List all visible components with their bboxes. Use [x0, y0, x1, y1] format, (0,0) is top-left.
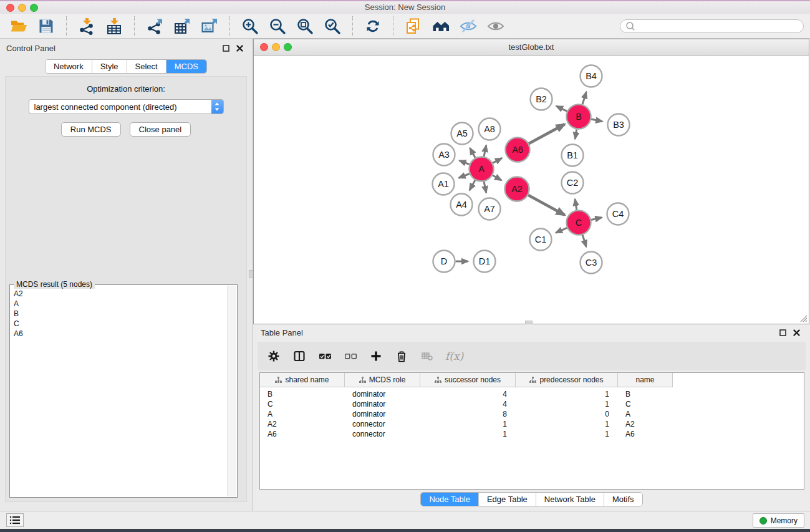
- graph-edge-B-B4[interactable]: [582, 92, 586, 104]
- select-all-checkboxes-icon[interactable]: [317, 349, 332, 364]
- column-header-predecessor-nodes[interactable]: predecessor nodes: [516, 373, 618, 387]
- network-canvas[interactable]: B4B2B3A8A5A3B1C2A1A4A7C4C1DD1C3BA6AA2C: [254, 56, 809, 324]
- table-cell[interactable]: connector: [345, 420, 420, 428]
- table-cell[interactable]: 0: [516, 410, 618, 418]
- table-cell[interactable]: 1: [420, 420, 516, 428]
- graph-edge-A2-C[interactable]: [528, 195, 565, 215]
- new-network-from-selection-icon[interactable]: [404, 17, 423, 36]
- zoom-out-icon[interactable]: [268, 17, 287, 36]
- table-cell[interactable]: 1: [516, 390, 618, 399]
- zoom-fit-icon[interactable]: [296, 17, 314, 36]
- graph-edge-A-A6[interactable]: [493, 158, 502, 163]
- table-cell[interactable]: 4: [420, 390, 516, 399]
- table-cell[interactable]: A6: [618, 430, 673, 438]
- table-cell[interactable]: A: [260, 410, 345, 418]
- horizontal-splitter-handle[interactable]: [525, 321, 533, 324]
- graph-edge-C-C1[interactable]: [556, 228, 567, 233]
- delete-table-icon[interactable]: [420, 349, 435, 364]
- hide-selected-icon[interactable]: [459, 17, 478, 36]
- graph-edge-B-B3[interactable]: [591, 119, 602, 122]
- export-network-icon[interactable]: [145, 17, 164, 36]
- search-input[interactable]: [639, 21, 798, 31]
- column-header-successor-nodes[interactable]: successor nodes: [420, 373, 516, 387]
- graph-edge-A6-B[interactable]: [529, 124, 565, 143]
- resize-grip-icon[interactable]: [799, 314, 808, 322]
- zoom-selected-icon[interactable]: [323, 17, 342, 36]
- graph-edge-A-A3[interactable]: [460, 160, 470, 164]
- export-table-icon[interactable]: [173, 17, 191, 36]
- table-cell[interactable]: dominator: [345, 410, 420, 418]
- mcds-result-item[interactable]: B: [14, 309, 224, 319]
- run-mcds-button[interactable]: Run MCDS: [61, 122, 121, 137]
- table-row[interactable]: A6connector11A6: [260, 429, 804, 439]
- table-cell[interactable]: A6: [260, 430, 345, 438]
- network-zoom-button[interactable]: [284, 43, 292, 51]
- column-header-shared-name[interactable]: shared name: [260, 373, 345, 387]
- column-header-mcds-role[interactable]: MCDS role: [345, 373, 420, 387]
- table-cell[interactable]: C: [618, 400, 673, 409]
- table-cell[interactable]: 4: [420, 400, 516, 409]
- minimize-window-button[interactable]: [18, 4, 26, 12]
- table-cell[interactable]: C: [260, 400, 345, 409]
- task-history-button[interactable]: [6, 513, 24, 527]
- graph-edge-C-C3[interactable]: [582, 235, 586, 247]
- tab-network[interactable]: Network: [46, 60, 92, 73]
- table-cell[interactable]: connector: [345, 430, 420, 438]
- table-cell[interactable]: A2: [618, 420, 673, 428]
- close-panel-button[interactable]: Close panel: [130, 122, 191, 137]
- table-cell[interactable]: 1: [516, 400, 618, 409]
- add-column-icon[interactable]: [369, 349, 383, 364]
- graph-edge-C-C2[interactable]: [575, 199, 577, 210]
- mcds-result-item[interactable]: A6: [14, 329, 224, 339]
- tab-style[interactable]: Style: [92, 60, 127, 73]
- table-row[interactable]: Cdominator41C: [260, 399, 804, 409]
- gear-icon[interactable]: [266, 349, 281, 364]
- delete-column-icon[interactable]: [394, 349, 409, 364]
- column-header-name[interactable]: name: [618, 373, 673, 387]
- graph-edge-C-C4[interactable]: [591, 218, 602, 220]
- table-row[interactable]: A2connector11A2: [260, 419, 804, 429]
- save-session-icon[interactable]: [37, 17, 55, 36]
- close-table-panel-icon[interactable]: [793, 329, 800, 336]
- split-columns-icon[interactable]: [292, 349, 307, 364]
- criterion-dropdown[interactable]: largest connected component (directed): [29, 99, 224, 114]
- graph-edge-B-B1[interactable]: [575, 129, 577, 139]
- import-table-icon[interactable]: [105, 17, 123, 36]
- close-window-button[interactable]: [6, 4, 14, 12]
- table-cell[interactable]: 1: [420, 430, 516, 438]
- graph-edge-A-A4[interactable]: [470, 180, 475, 190]
- table-cell[interactable]: A: [618, 410, 673, 418]
- zoom-window-button[interactable]: [30, 4, 38, 12]
- mcds-result-item[interactable]: A: [14, 299, 224, 309]
- graph-edge-A-A5[interactable]: [470, 148, 476, 158]
- mcds-result-item[interactable]: A2: [14, 289, 224, 299]
- network-minimize-button[interactable]: [272, 43, 280, 51]
- table-row[interactable]: Bdominator41B: [260, 389, 804, 399]
- result-scrollbar[interactable]: [227, 286, 236, 496]
- network-close-button[interactable]: [260, 43, 268, 51]
- float-panel-icon[interactable]: [222, 44, 229, 52]
- mcds-result-item[interactable]: C: [14, 319, 224, 329]
- graph-edge-A-A7[interactable]: [484, 181, 486, 193]
- graph-edge-A-A2[interactable]: [493, 175, 501, 180]
- deselect-all-checkboxes-icon[interactable]: [343, 349, 358, 364]
- function-builder-icon[interactable]: f(x): [445, 349, 463, 364]
- float-table-panel-icon[interactable]: [779, 329, 786, 336]
- graph-edge-A-A8[interactable]: [484, 145, 486, 157]
- table-tab-motifs[interactable]: Motifs: [604, 493, 642, 506]
- import-network-icon[interactable]: [77, 17, 96, 36]
- table-cell[interactable]: 8: [420, 410, 516, 418]
- table-tab-edge-table[interactable]: Edge Table: [479, 493, 536, 506]
- tab-mcds[interactable]: MCDS: [166, 60, 206, 73]
- memory-button[interactable]: Memory: [753, 513, 804, 528]
- table-cell[interactable]: A2: [260, 420, 345, 428]
- first-neighbors-icon[interactable]: [432, 17, 450, 36]
- table-cell[interactable]: 1: [516, 430, 618, 438]
- show-all-icon[interactable]: [486, 17, 505, 36]
- tab-select[interactable]: Select: [127, 60, 166, 73]
- vertical-splitter-handle[interactable]: [249, 270, 253, 278]
- table-row[interactable]: Adominator80A: [260, 409, 804, 419]
- table-cell[interactable]: 1: [516, 420, 618, 428]
- table-tab-network-table[interactable]: Network Table: [536, 493, 604, 506]
- table-cell[interactable]: B: [618, 390, 673, 399]
